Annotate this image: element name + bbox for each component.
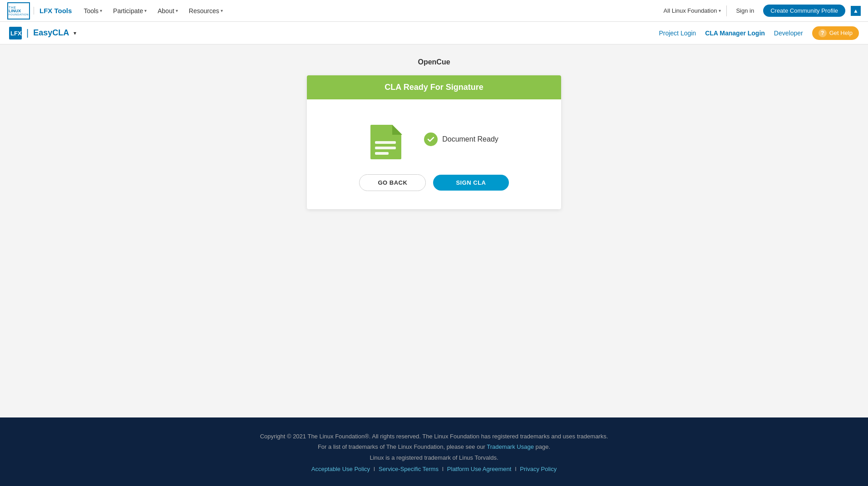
nav-tools[interactable]: Tools ▾ xyxy=(79,5,107,16)
main-content: OpenCue CLA Ready For Signature xyxy=(0,44,868,417)
top-nav-links: Tools ▾ Participate ▾ About ▾ Resources … xyxy=(79,5,227,16)
nav-resources[interactable]: Resources ▾ xyxy=(184,5,227,16)
page-title: OpenCue xyxy=(418,58,450,66)
easycla-text: EasyCLA xyxy=(33,28,69,38)
create-profile-button[interactable]: Create Community Profile xyxy=(763,5,845,17)
acceptable-use-policy-link[interactable]: Acceptable Use Policy xyxy=(311,466,370,472)
footer-line2: For a list of trademarks of The Linux Fo… xyxy=(9,442,859,452)
help-icon: ? xyxy=(819,29,827,37)
chevron-down-icon: ▾ xyxy=(221,8,223,13)
cla-ready-title: CLA Ready For Signature xyxy=(385,83,483,92)
nav-about[interactable]: About ▾ xyxy=(153,5,182,16)
get-help-button[interactable]: ? Get Help xyxy=(812,26,859,40)
chevron-down-icon: ▾ xyxy=(100,8,102,13)
svg-rect-6 xyxy=(375,147,396,149)
cla-card-actions: GO BACK SIGN CLA xyxy=(359,174,508,191)
nav-brand: LFX Tools xyxy=(34,7,72,15)
nav-participate[interactable]: Participate ▾ xyxy=(108,5,151,16)
lfx-icon: LFX xyxy=(9,27,22,39)
footer: Copyright © 2021 The Linux Foundation®. … xyxy=(0,417,868,486)
service-specific-terms-link[interactable]: Service-Specific Terms xyxy=(379,466,439,472)
cla-card: CLA Ready For Signature xyxy=(307,75,561,209)
cla-card-body: Document Ready GO BACK SIGN CLA xyxy=(307,99,561,209)
document-ready-text: Document Ready xyxy=(442,135,498,143)
nav-divider xyxy=(726,5,727,16)
doc-icon-area: Document Ready xyxy=(370,118,498,161)
top-navbar: THE LINUX FOUNDATION LFX Tools Tools ▾ P… xyxy=(0,0,868,22)
footer-links-row: Acceptable Use Policy l Service-Specific… xyxy=(9,466,859,472)
chevron-down-icon: ▾ xyxy=(144,8,147,13)
all-lf-button[interactable]: All Linux Foundation ▾ xyxy=(664,7,721,14)
footer-line1: Copyright © 2021 The Linux Foundation®. … xyxy=(9,431,859,442)
project-login-link[interactable]: Project Login xyxy=(659,29,696,37)
sign-in-button[interactable]: Sign in xyxy=(732,5,758,16)
svg-text:LFX: LFX xyxy=(10,30,22,37)
chevron-down-icon: ▾ xyxy=(719,8,721,13)
secondary-navbar: LFX | EasyCLA ▾ Project Login CLA Manage… xyxy=(0,22,868,44)
trademark-usage-link[interactable]: Trademark Usage xyxy=(487,443,534,450)
cla-card-header: CLA Ready For Signature xyxy=(307,75,561,99)
check-circle-icon xyxy=(424,133,438,146)
go-back-button[interactable]: GO BACK xyxy=(359,174,426,191)
svg-rect-5 xyxy=(375,141,396,144)
privacy-policy-link[interactable]: Privacy Policy xyxy=(520,466,557,472)
cla-manager-login-link[interactable]: CLA Manager Login xyxy=(705,29,765,37)
svg-rect-7 xyxy=(375,152,389,155)
secondary-nav-right: Project Login CLA Manager Login Develope… xyxy=(659,26,859,40)
top-nav-left: THE LINUX FOUNDATION LFX Tools Tools ▾ P… xyxy=(7,2,227,20)
document-icon xyxy=(370,118,406,161)
logo-divider: | xyxy=(26,28,29,38)
developer-link[interactable]: Developer xyxy=(774,29,803,37)
footer-line3: Linux is a registered trademark of Linus… xyxy=(9,452,859,463)
chevron-down-icon: ▾ xyxy=(176,8,178,13)
easycla-dropdown-icon[interactable]: ▾ xyxy=(74,30,76,36)
document-ready-area: Document Ready xyxy=(424,133,498,146)
easycla-logo[interactable]: LFX | EasyCLA ▾ xyxy=(9,27,76,39)
sign-cla-button[interactable]: SIGN CLA xyxy=(433,175,508,191)
top-nav-right: All Linux Foundation ▾ Sign in Create Co… xyxy=(664,5,861,17)
platform-use-agreement-link[interactable]: Platform Use Agreement xyxy=(447,466,512,472)
document-svg xyxy=(370,118,406,161)
lf-logo-area[interactable]: THE LINUX FOUNDATION LFX Tools xyxy=(7,2,72,20)
lf-logo: THE LINUX FOUNDATION xyxy=(7,2,30,20)
scroll-top-button[interactable]: ▲ xyxy=(851,6,861,16)
